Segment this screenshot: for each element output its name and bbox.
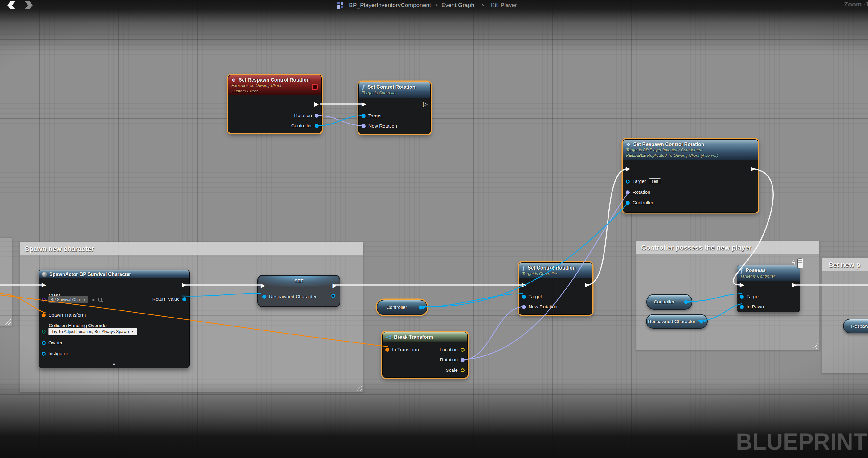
new-rotation-pin[interactable] (522, 305, 526, 309)
controller-output-pin[interactable] (419, 305, 423, 309)
new-rotation-pin-row[interactable]: New Rotation (362, 123, 397, 129)
navigate-forward-icon[interactable] (25, 1, 33, 9)
exec-in-pin-row[interactable]: ▶ (261, 283, 266, 288)
exec-out-pin-row[interactable]: ▶ (585, 282, 589, 288)
scale-pin-row[interactable]: Scale (446, 367, 465, 373)
new-rotation-pin[interactable] (362, 124, 366, 128)
exec-in-pin[interactable]: ▶ (740, 282, 744, 288)
comment-resize-handle[interactable] (5, 319, 11, 325)
wire-rotation-break-to-scrmid[interactable] (462, 307, 523, 360)
exec-out-pin-row[interactable]: ▶ (182, 282, 186, 288)
comment-set-new-partial[interactable]: Set new p (822, 258, 868, 373)
target-pin[interactable] (740, 295, 744, 299)
target-pin[interactable] (522, 295, 526, 299)
respawned-character-output-pin[interactable] (700, 319, 704, 323)
comment-title-bar[interactable]: Set new p (822, 258, 868, 271)
controller-pin[interactable] (626, 201, 630, 205)
target-pin-row[interactable]: Target (522, 294, 542, 299)
target-pin[interactable] (626, 179, 630, 184)
node-set-control-rotation-mid[interactable]: ƒ Set Control Rotation Target is Control… (519, 262, 592, 315)
exec-in-pin[interactable]: ▶ (626, 166, 630, 171)
exec-in-pin[interactable]: ▶ (261, 283, 266, 288)
event-graph-canvas[interactable]: Spawn new character Controller possess t… (0, 0, 868, 458)
exec-out-pin[interactable]: ▶ (792, 282, 797, 288)
exec-out-pin-row[interactable]: ▶ (750, 166, 755, 171)
breadcrumb-item-event-graph[interactable]: Event Graph (441, 2, 474, 9)
controller-output-pin[interactable] (684, 300, 688, 304)
rotation-pin-row[interactable]: Rotation (440, 357, 465, 362)
comment-resize-handle[interactable] (356, 385, 362, 391)
exec-in-pin-row[interactable]: ▶ (362, 101, 366, 107)
collision-dropdown[interactable]: Try To Adjust Location, But Always Spawn… (49, 328, 137, 335)
exec-out-pin[interactable]: ▶ (750, 166, 755, 171)
exec-in-pin-row[interactable]: ▶ (740, 282, 744, 288)
exec-in-pin-row[interactable]: ▶ (522, 282, 526, 288)
target-pin-row[interactable]: Target self (626, 178, 661, 185)
target-pin[interactable] (362, 114, 366, 118)
instigator-pin-row[interactable]: Instigator (41, 351, 68, 356)
rotation-pin[interactable] (626, 190, 630, 194)
owner-pin[interactable] (41, 341, 45, 345)
variable-get-controller[interactable]: Controller (377, 300, 427, 315)
node-possess[interactable]: ϟ ƒ Possess Target is Controller ▶ ▶ Tar… (737, 265, 800, 312)
exec-out-pin[interactable]: ▶ (314, 101, 319, 107)
exec-in-pin[interactable]: ▶ (41, 282, 46, 288)
spawn-transform-pin[interactable] (41, 313, 45, 317)
exec-out-pin[interactable]: ▶ (182, 282, 186, 288)
exec-out-pin-row[interactable]: ▶ (792, 282, 797, 288)
owner-pin-row[interactable]: Owner (41, 340, 63, 346)
in-transform-pin[interactable] (385, 348, 389, 352)
spawn-transform-pin-row[interactable]: Spawn Transform (41, 312, 86, 318)
node-set-control-rotation-top[interactable]: ƒ Set Control Rotation Target is Control… (359, 81, 431, 134)
scale-pin[interactable] (461, 368, 465, 372)
exec-out-pin[interactable]: ▷ (423, 101, 428, 107)
class-dropdown[interactable]: BP Survival Char ▼ (49, 296, 88, 303)
comment-left-partial[interactable] (0, 237, 12, 326)
comment-title-bar[interactable]: Spawn new character (20, 242, 363, 255)
respawned-character-pin-row[interactable]: Respawned Character (262, 294, 316, 299)
exec-in-pin[interactable]: ▶ (522, 282, 526, 288)
collapse-pins-button[interactable]: ▲ (112, 362, 116, 366)
reset-to-default-icon[interactable]: ◄ (91, 297, 95, 302)
variable-get-respawned-character[interactable]: Respawned Character (646, 314, 708, 329)
browse-asset-icon[interactable] (98, 297, 102, 301)
collision-handling-pin[interactable] (41, 330, 45, 334)
return-value-pin-row[interactable]: Return Value (152, 296, 186, 302)
in-pawn-pin[interactable] (740, 305, 744, 309)
exec-out-pin-row[interactable]: ▷ (423, 101, 428, 107)
instigator-pin[interactable] (41, 352, 45, 356)
variable-get-controller-2[interactable]: Controller (646, 294, 692, 309)
location-pin-row[interactable]: Location (439, 347, 465, 352)
output-pin-row[interactable] (331, 294, 335, 298)
collision-pin-row[interactable]: Try To Adjust Location, But Always Spawn… (41, 328, 137, 335)
location-pin[interactable] (461, 348, 465, 352)
exec-out-pin[interactable]: ▶ (585, 282, 589, 288)
node-set-respawned-character[interactable]: SET ▶ ▶ Respawned Character (257, 275, 340, 307)
node-break-transform[interactable]: Break Transform In Transform Location Ro… (382, 332, 468, 378)
exec-in-pin-row[interactable]: ▶ (41, 282, 46, 288)
rotation-pin[interactable] (315, 113, 319, 118)
target-pin-row[interactable]: Target (740, 294, 760, 299)
respawned-character-in-pin[interactable] (262, 295, 266, 299)
target-pin-row[interactable]: Target (362, 113, 381, 119)
exec-out-pin[interactable]: ▶ (332, 283, 337, 288)
controller-pin[interactable] (315, 124, 319, 128)
class-pin-row[interactable]: BP Survival Char ▼ ◄ (41, 296, 102, 303)
node-spawn-actor[interactable]: SpawnActor BP Survival Character ▶ ▶ Cla… (38, 269, 190, 368)
comment-title-bar[interactable]: Controller possess the new player (636, 241, 819, 254)
navigate-back-icon[interactable] (7, 1, 16, 9)
rotation-pin-row[interactable]: Rotation (626, 189, 650, 195)
exec-in-pin[interactable]: ▶ (362, 101, 366, 107)
variable-get-respawn-partial[interactable]: Respaw (843, 319, 868, 333)
wire-controller-event-to-scrtop[interactable] (318, 116, 364, 126)
in-transform-pin-row[interactable]: In Transform (385, 347, 419, 352)
self-default-value[interactable]: self (649, 178, 661, 185)
breadcrumb-item-kill-player[interactable]: Kill Player (491, 2, 517, 9)
wire-rotation-event-to-scrtop[interactable] (318, 116, 364, 126)
exec-in-pin-row[interactable]: ▶ (626, 166, 630, 171)
in-pawn-pin-row[interactable]: In Pawn (740, 304, 764, 309)
class-pin[interactable] (41, 297, 45, 301)
exec-out-pin-row[interactable]: ▶ (314, 101, 319, 107)
breadcrumb-item-blueprint[interactable]: BP_PlayerInventoryComponent (349, 2, 431, 9)
rotation-pin[interactable] (461, 358, 465, 362)
